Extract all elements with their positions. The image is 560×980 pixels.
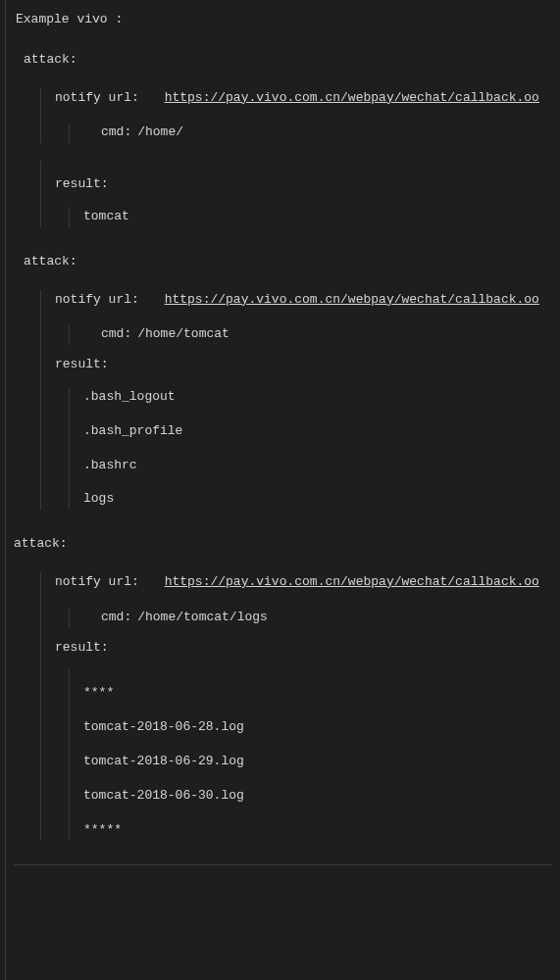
result-item: *****	[83, 820, 552, 841]
cmd-label: cmd:	[101, 122, 131, 143]
attack-label: attack:	[14, 50, 552, 71]
cmd-indent-guide	[69, 325, 70, 345]
notify-url-label: notify url:	[55, 292, 139, 307]
notify-url-label: notify url:	[55, 574, 139, 589]
notify-block: notify url: https://pay.vivo.com.cn/webp…	[40, 88, 552, 144]
attack-label: attack:	[14, 252, 552, 272]
notify-url-link[interactable]: https://pay.vivo.com.cn/webpay/wechat/ca…	[165, 574, 539, 589]
cmd-label: cmd:	[101, 324, 131, 345]
result-label: result:	[55, 355, 552, 375]
attack-block: attack: notify url: https://pay.vivo.com…	[14, 534, 552, 840]
notify-url-link[interactable]: https://pay.vivo.com.cn/webpay/wechat/ca…	[165, 90, 539, 105]
result-item: .bash_profile	[83, 421, 552, 442]
result-inner: result: tomcat	[40, 161, 552, 227]
result-items: tomcat	[69, 207, 552, 227]
bottom-divider	[14, 864, 552, 865]
result-items: **** tomcat-2018-06-28.log tomcat-2018-0…	[69, 669, 552, 840]
result-wrap: result: tomcat	[40, 161, 552, 227]
result-label: result:	[55, 638, 552, 659]
attack-block: attack: notify url: https://pay.vivo.com…	[14, 252, 552, 510]
result-item: tomcat-2018-06-28.log	[83, 717, 552, 738]
cmd-block: cmd: /home/tomcat/logs	[55, 608, 552, 628]
cmd-value: /home/tomcat/logs	[137, 608, 268, 628]
document-container: Example vivo : attack: notify url: https…	[5, 0, 560, 980]
notify-block: notify url: https://pay.vivo.com.cn/webp…	[40, 572, 552, 840]
result-item: .bashrc	[83, 456, 552, 476]
document-header: Example vivo :	[14, 10, 552, 30]
cmd-indent-guide	[69, 123, 70, 143]
cmd-label: cmd:	[101, 608, 131, 628]
cmd-value: /home/	[137, 122, 183, 143]
notify-line: notify url: https://pay.vivo.com.cn/webp…	[55, 290, 552, 311]
result-item: tomcat	[83, 207, 552, 227]
notify-line: notify url: https://pay.vivo.com.cn/webp…	[55, 572, 552, 593]
result-label: result:	[55, 174, 552, 195]
cmd-block: cmd: /home/	[55, 122, 552, 143]
result-item: tomcat-2018-06-29.log	[83, 752, 552, 772]
result-item: logs	[83, 489, 552, 510]
notify-url-label: notify url:	[55, 90, 139, 105]
attack-label: attack:	[14, 534, 552, 555]
attack-block: attack: notify url: https://pay.vivo.com…	[14, 50, 552, 227]
cmd-block: cmd: /home/tomcat	[55, 324, 552, 345]
cmd-indent-guide	[69, 608, 70, 627]
notify-url-link[interactable]: https://pay.vivo.com.cn/webpay/wechat/ca…	[165, 292, 539, 307]
cmd-value: /home/tomcat	[137, 324, 229, 345]
result-item: ****	[83, 683, 552, 704]
result-item: tomcat-2018-06-30.log	[83, 786, 552, 807]
result-item: .bash_logout	[83, 387, 552, 408]
notify-block: notify url: https://pay.vivo.com.cn/webp…	[40, 290, 552, 511]
notify-line: notify url: https://pay.vivo.com.cn/webp…	[55, 88, 552, 109]
result-items: .bash_logout .bash_profile .bashrc logs	[69, 387, 552, 510]
